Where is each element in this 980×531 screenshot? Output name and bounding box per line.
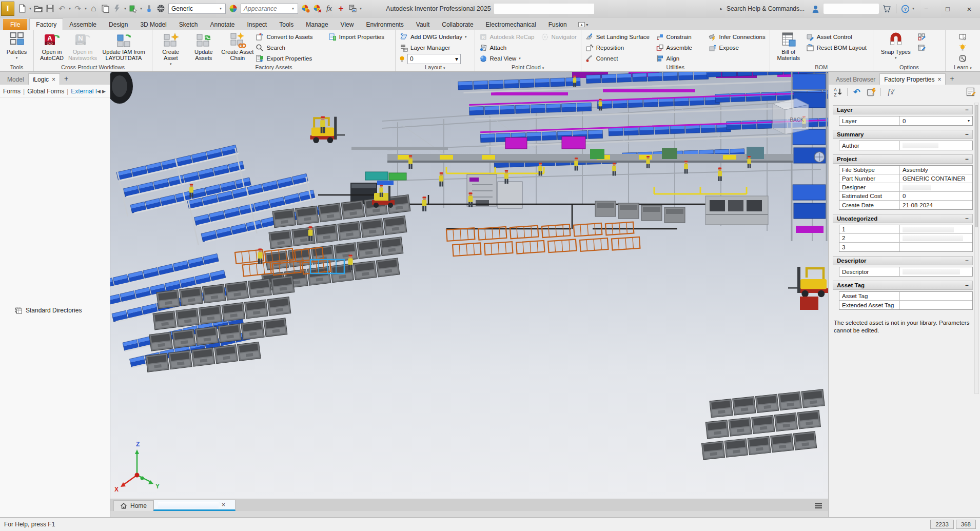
help-dropdown-icon[interactable]: ▾ — [911, 7, 915, 11]
collapse-icon[interactable]: − — [965, 131, 969, 137]
group-label-cross-product[interactable]: Cross-Product Workflows — [34, 64, 152, 70]
store-cart-icon[interactable] — [881, 2, 893, 15]
tab-manage[interactable]: Manage — [300, 19, 334, 30]
collapse-icon[interactable]: − — [965, 107, 969, 113]
layer-value-dropdown[interactable]: 0▾ — [900, 117, 972, 125]
tab-asset-browser[interactable]: Asset Browser — [832, 74, 879, 85]
property-settings-icon[interactable] — [966, 87, 976, 97]
constrain-button[interactable]: Constrain — [654, 32, 707, 42]
real-view-button[interactable]: Real View▾ — [478, 53, 578, 64]
model-viewport[interactable]: BACK Z X Y — [110, 72, 828, 499]
tree-item-standard-directories[interactable]: Standard Directories — [0, 98, 110, 517]
grid-snap-settings-button[interactable] — [916, 32, 931, 42]
group-label-learn[interactable]: Learn ▾ — [946, 64, 980, 70]
update-assets-button[interactable]: Update Assets — [186, 31, 221, 61]
update-iam-button[interactable]: Update IAM from LAYOUTDATA — [98, 31, 149, 61]
active-document-tab[interactable]: × — [153, 500, 236, 511]
tab-view[interactable]: View — [335, 19, 360, 30]
quick-edit-icon[interactable] — [866, 87, 876, 97]
parameters-fx-icon[interactable]: fx — [323, 2, 335, 15]
undo-icon[interactable]: ↶ — [56, 2, 68, 15]
navigator-button[interactable]: Navigator — [539, 32, 578, 42]
layer-visibility-bulb-icon[interactable] — [398, 55, 406, 63]
add-dwg-underlay-button[interactable]: Add DWG Underlay▾ — [398, 32, 468, 42]
group-label-options[interactable]: Options — [873, 64, 945, 70]
close-ilogic-tab-icon[interactable]: × — [52, 76, 55, 83]
document-tabs-menu-icon[interactable] — [815, 503, 822, 508]
home-view-icon[interactable]: ⌂ — [88, 2, 100, 15]
open-in-navisworks-button[interactable]: NNWC Open in Navisworks — [67, 31, 98, 61]
home-doc-tab[interactable]: Home — [113, 500, 153, 511]
add-panel-tab-button[interactable]: + — [946, 74, 958, 85]
undo-property-icon[interactable]: ↶ — [852, 87, 862, 97]
save-icon[interactable] — [44, 2, 56, 15]
measure-icon[interactable] — [143, 2, 155, 15]
copy-sheets-icon[interactable] — [100, 2, 111, 15]
tab-factory[interactable]: Factory — [29, 18, 63, 30]
create-asset-button[interactable]: Create Asset▾ — [155, 31, 186, 67]
search-help-text[interactable]: Search Help & Commands... — [727, 5, 805, 12]
properties-scrollbar[interactable] — [974, 103, 979, 394]
tab-annotate[interactable]: Annotate — [204, 19, 241, 30]
set-landing-surface-button[interactable]: Set Landing Surface — [584, 32, 654, 42]
tab-vault[interactable]: Vault — [410, 19, 436, 30]
parameters-icon[interactable]: fxo — [885, 87, 895, 97]
qat-customize-icon[interactable]: ▾ — [359, 7, 363, 11]
frame-settings-button[interactable] — [916, 43, 931, 53]
help-icon[interactable]: ? — [899, 2, 911, 15]
reposition-button[interactable]: Reposition — [584, 43, 654, 53]
expose-button[interactable]: Expose — [707, 43, 767, 53]
section-header-descriptor[interactable]: Descriptor− — [833, 256, 973, 265]
tab-3d-model[interactable]: 3D Model — [134, 19, 172, 30]
export-properties-button[interactable]: Export Properties — [254, 53, 326, 64]
group-label-utilities[interactable]: Utilities — [581, 64, 770, 70]
collapse-icon[interactable]: − — [965, 258, 969, 264]
tab-inspect[interactable]: Inspect — [241, 19, 273, 30]
layer-select[interactable]: 0▾ — [398, 54, 468, 64]
view-cube[interactable]: BACK — [773, 99, 809, 134]
section-header-asset-tag[interactable]: Asset Tag− — [833, 281, 973, 290]
search-button[interactable]: Search — [254, 43, 326, 53]
group-label-tools[interactable]: Tools — [0, 64, 33, 70]
align-button[interactable]: Align — [654, 53, 707, 64]
collapse-icon[interactable]: − — [965, 282, 969, 288]
maximize-button[interactable]: □ — [937, 1, 958, 16]
layer-manager-button[interactable]: Layer Manager — [398, 43, 468, 53]
collapse-icon[interactable]: − — [965, 156, 969, 162]
snap-types-button[interactable]: Snap Types▾ — [876, 31, 916, 61]
global-forms-link[interactable]: Global Forms — [27, 88, 64, 95]
tab-file[interactable]: File — [3, 19, 27, 30]
sign-in-user-icon[interactable] — [810, 2, 821, 15]
tab-factory-properties[interactable]: Factory Properties× — [879, 73, 946, 85]
forms-link[interactable]: Forms — [3, 88, 21, 95]
inventor-app-icon[interactable]: I — [1, 2, 14, 16]
tips-button[interactable] — [957, 43, 968, 53]
navigation-wheel-icon[interactable] — [814, 152, 825, 162]
place-dropdown-icon[interactable]: ▾ — [139, 7, 143, 11]
tab-tools[interactable]: Tools — [273, 19, 300, 30]
appearance-select[interactable]: Appearance▾ — [241, 4, 298, 14]
new-file-dropdown-icon[interactable]: ▾ — [28, 7, 32, 11]
adjust-appearance-icon[interactable] — [300, 2, 311, 15]
subtab-scroll-icons[interactable]: ◀▶ — [97, 89, 107, 94]
ribbon-collapse-control[interactable]: ▴▾ — [578, 22, 589, 30]
infer-connections-button[interactable]: Infer Connections — [707, 32, 767, 42]
section-header-summary[interactable]: Summary− — [833, 130, 973, 139]
attach-point-cloud-button[interactable]: Attach — [478, 43, 578, 53]
learning-path-button[interactable] — [957, 32, 968, 42]
import-properties-button[interactable]: Import Properties — [327, 32, 393, 42]
section-header-project[interactable]: Project− — [833, 154, 973, 164]
asset-control-button[interactable]: Asset Control — [805, 32, 870, 42]
tab-sketch[interactable]: Sketch — [173, 19, 204, 30]
tab-fusion[interactable]: Fusion — [542, 19, 573, 30]
panel-expander-icon[interactable]: ▸ — [720, 6, 722, 11]
tab-electromechanical[interactable]: Electromechanical — [480, 19, 542, 30]
convert-to-assets-button[interactable]: Convert to Assets — [254, 32, 326, 42]
reset-bom-layout-button[interactable]: Reset BOM Layout — [805, 43, 870, 53]
group-label-point-cloud[interactable]: Point Cloud ▾ — [475, 64, 581, 70]
external-rules-link[interactable]: External I — [71, 88, 97, 95]
tab-design[interactable]: Design — [103, 19, 134, 30]
sort-az-icon[interactable]: AZ — [833, 87, 843, 97]
section-header-layer[interactable]: Layer− — [833, 105, 973, 114]
redo-icon[interactable]: ↷ — [72, 2, 84, 15]
